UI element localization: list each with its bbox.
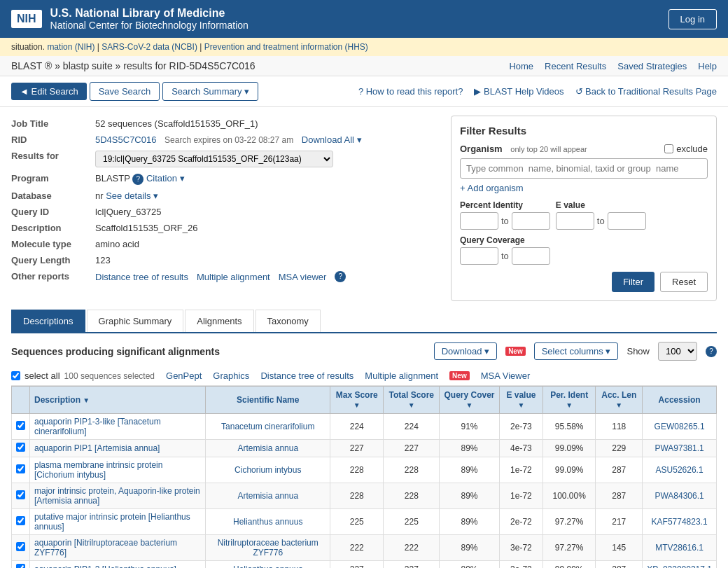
msa-viewer-sub-link[interactable]: MSA Viewer: [481, 370, 531, 381]
col-per-ident[interactable]: Per. Ident ▼: [543, 387, 596, 414]
col-max-score[interactable]: Max Score ▼: [330, 387, 384, 414]
desc-link[interactable]: aquaporin [Nitrilruptoraceae bacterium Z…: [34, 538, 177, 557]
select-columns-label: Select columns ▾: [542, 346, 611, 356]
accession-link[interactable]: PWA84306.1: [654, 491, 704, 501]
row-checkbox-cell[interactable]: [12, 440, 30, 457]
row-checkbox[interactable]: [16, 542, 25, 551]
nav-saved-strategies[interactable]: Saved Strategies: [617, 61, 687, 71]
sci-name-link[interactable]: Helianthus annuus: [233, 517, 302, 527]
desc-link[interactable]: plasma membrane intrinsic protein [Cicho…: [34, 460, 162, 480]
save-search-button[interactable]: Save Search: [90, 82, 160, 101]
blast-help-link[interactable]: ▶ BLAST Help Videos: [474, 86, 564, 97]
new-badge: New: [505, 347, 526, 356]
sci-name-link[interactable]: Tanacetum cinerarifolium: [221, 422, 314, 431]
edit-search-button[interactable]: ◄ Edit Search: [11, 83, 87, 100]
graphics-link[interactable]: Graphics: [213, 370, 249, 381]
row-checkbox-cell[interactable]: [12, 414, 30, 440]
select-all-checkbox[interactable]: [11, 371, 20, 380]
select-columns-button[interactable]: Select columns ▾: [534, 342, 619, 360]
show-select[interactable]: 10 50 100 200 500: [658, 342, 697, 361]
traditional-link[interactable]: ↺ Back to Traditional Results Page: [575, 86, 718, 97]
exclude-checkbox[interactable]: [664, 144, 673, 153]
program-label: Program: [11, 170, 95, 188]
col-acc-len[interactable]: Acc. Len ▼: [596, 387, 643, 414]
program-help-icon[interactable]: ?: [132, 174, 144, 185]
desc-link[interactable]: major intrinsic protein, Aquaporin-like …: [34, 486, 200, 506]
sci-name-link[interactable]: Artemisia annua: [237, 443, 298, 453]
e-value-from[interactable]: [556, 212, 594, 230]
other-reports-help-icon[interactable]: ?: [335, 271, 346, 282]
row-checkbox-cell[interactable]: [12, 509, 30, 535]
desc-link[interactable]: aquaporin PIP1-3-like [Tanacetum cinerar…: [34, 417, 161, 436]
results-for-select[interactable]: 19:lcl|Query_63725 Scaffold151535_ORF_26…: [95, 151, 333, 167]
how-to-link[interactable]: ? How to read this report?: [358, 86, 463, 97]
row-checkbox[interactable]: [16, 443, 25, 452]
col-total-score[interactable]: Total Score ▼: [384, 387, 440, 414]
search-summary-button[interactable]: Search Summary ▾: [162, 82, 258, 101]
row-checkbox[interactable]: [16, 490, 25, 499]
row-checkbox[interactable]: [16, 564, 25, 568]
add-organism-link[interactable]: + Add organism: [460, 183, 524, 193]
row-checkbox[interactable]: [16, 516, 25, 525]
reset-button[interactable]: Reset: [660, 272, 708, 292]
row-checkbox-cell[interactable]: [12, 535, 30, 561]
rid-link[interactable]: 5D4S5C7C016: [95, 134, 156, 145]
genpept-link[interactable]: GenPept: [166, 370, 202, 381]
nav-recent-results[interactable]: Recent Results: [545, 61, 606, 71]
accession-link[interactable]: PWA97381.1: [654, 443, 704, 453]
desc-link[interactable]: aquaporin PIP1 [Artemisia annua]: [34, 443, 160, 453]
percent-identity-from[interactable]: [460, 212, 498, 230]
sci-name-link[interactable]: Cichorium intybus: [234, 465, 301, 475]
citation-dropdown[interactable]: Citation ▾: [146, 173, 185, 183]
sci-name-link[interactable]: Helianthus annuus: [233, 564, 302, 568]
row-checkbox[interactable]: [16, 464, 25, 473]
tab-descriptions[interactable]: Descriptions: [11, 310, 85, 332]
col-e-value[interactable]: E value ▼: [499, 387, 542, 414]
row-checkbox-cell[interactable]: [12, 483, 30, 509]
distance-tree-sub-link[interactable]: Distance tree of results: [260, 370, 354, 381]
tab-taxonomy[interactable]: Taxonomy: [255, 310, 321, 332]
desc-link[interactable]: putative major intrinsic protein [Helian…: [34, 512, 190, 532]
row-checkbox-cell[interactable]: [12, 561, 30, 569]
e-value-sort-arrow: ▼: [517, 401, 524, 409]
row-checkbox[interactable]: [16, 421, 25, 430]
table-row: putative major intrinsic protein [Helian…: [12, 509, 717, 535]
description-value: Scaffold151535_ORF_26: [95, 220, 440, 236]
accession-link[interactable]: XP_022000317.1: [647, 564, 712, 568]
col-query-cover[interactable]: Query Cover ▼: [440, 387, 500, 414]
accession-link[interactable]: MTV28616.1: [655, 543, 704, 553]
database-label: Database: [11, 188, 95, 204]
filter-button[interactable]: Filter: [612, 272, 654, 292]
covid-hhs-link[interactable]: Prevention and treatment information (HH…: [204, 42, 368, 52]
row-checkbox-cell[interactable]: [12, 457, 30, 483]
multiple-alignment-link[interactable]: Multiple alignment: [197, 272, 270, 282]
accession-link[interactable]: ASU52626.1: [656, 465, 704, 475]
sci-name-link[interactable]: Artemisia annua: [237, 491, 298, 501]
tab-alignments[interactable]: Alignments: [185, 310, 253, 332]
accession-link[interactable]: KAF5774823.1: [652, 517, 708, 527]
distance-tree-link[interactable]: Distance tree of results: [95, 272, 188, 282]
download-all-link[interactable]: Download All ▾: [302, 134, 362, 145]
nav-home[interactable]: Home: [509, 61, 533, 71]
query-coverage-from[interactable]: [460, 247, 498, 265]
query-coverage-range: to: [460, 247, 550, 265]
covid-nih-link[interactable]: mation (NIH): [47, 42, 94, 52]
login-button[interactable]: Log in: [668, 9, 717, 29]
download-button[interactable]: Download ▾: [434, 342, 497, 360]
desc-link[interactable]: aquaporin PIP1-3 [Helianthus annuus]: [34, 564, 176, 568]
msa-viewer-link[interactable]: MSA viewer: [279, 272, 327, 282]
query-coverage-to-input[interactable]: [512, 247, 550, 265]
covid-ncbi-link[interactable]: SARS-CoV-2 data (NCBI): [102, 42, 197, 52]
nav-help[interactable]: Help: [698, 61, 717, 71]
col-description[interactable]: Description ▼: [30, 387, 206, 414]
col-sci-name[interactable]: Scientific Name: [206, 387, 330, 414]
tab-graphic-summary[interactable]: Graphic Summary: [87, 310, 184, 332]
percent-identity-to-input[interactable]: [512, 212, 550, 230]
multiple-alignment-sub-link[interactable]: Multiple alignment: [365, 370, 438, 381]
sci-name-link[interactable]: Nitrilruptoraceae bacterium ZYF776: [218, 538, 318, 557]
accession-link[interactable]: GEW08265.1: [654, 422, 705, 431]
e-value-to-input[interactable]: [608, 212, 646, 230]
seq-help-icon[interactable]: ?: [706, 346, 717, 357]
organism-input[interactable]: [460, 158, 708, 179]
see-details-link[interactable]: See details ▾: [106, 191, 158, 201]
